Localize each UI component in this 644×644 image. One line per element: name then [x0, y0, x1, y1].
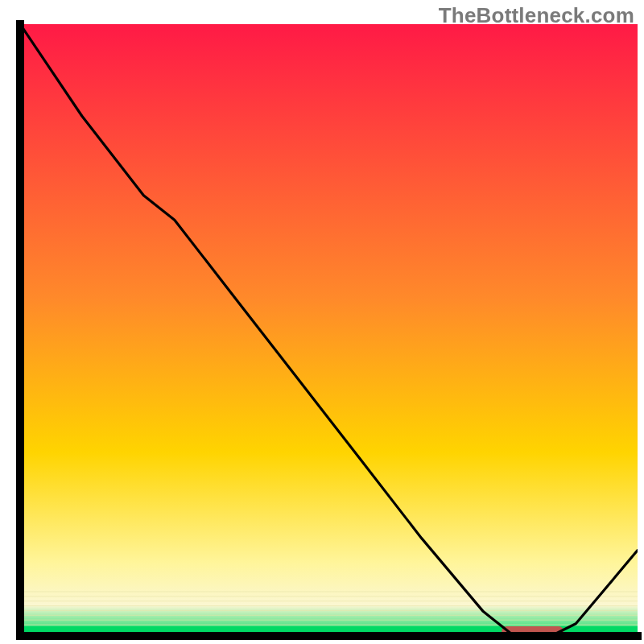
chart-stage: TheBottleneck.com: [0, 0, 644, 644]
gradient-background: [20, 24, 638, 636]
bottleneck-curve-chart: [0, 0, 644, 644]
